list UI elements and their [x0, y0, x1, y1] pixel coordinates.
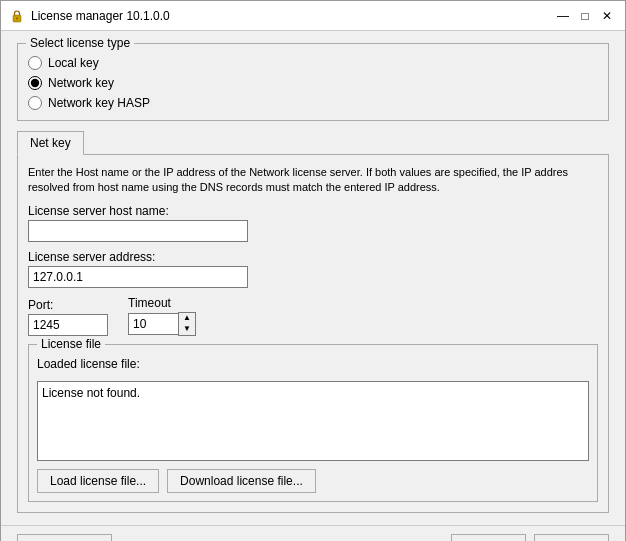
radio-local-key[interactable]: Local key	[28, 56, 598, 70]
test-licenses-button[interactable]: Test licenses	[17, 534, 112, 541]
radio-local-key-label: Local key	[48, 56, 99, 70]
info-text: Enter the Host name or the IP address of…	[28, 165, 598, 196]
license-buttons: Load license file... Download license fi…	[37, 469, 589, 493]
tab-bar: Net key	[17, 131, 609, 155]
radio-network-key-label: Network key	[48, 76, 114, 90]
timeout-spinner: ▲ ▼	[128, 312, 196, 336]
host-name-input[interactable]	[28, 220, 248, 242]
svg-point-1	[16, 17, 18, 19]
host-name-field-group: License server host name:	[28, 204, 598, 242]
port-timeout-row: Port: Timeout ▲ ▼	[28, 296, 598, 336]
radio-local-key-input[interactable]	[28, 56, 42, 70]
spinner-up-button[interactable]: ▲	[179, 313, 195, 324]
address-field-group: License server address:	[28, 250, 598, 288]
title-buttons: — □ ✕	[553, 6, 617, 26]
port-field-group: Port:	[28, 298, 108, 336]
title-bar: License manager 10.1.0.0 — □ ✕	[1, 1, 625, 31]
host-name-label: License server host name:	[28, 204, 598, 218]
timeout-label: Timeout	[128, 296, 196, 310]
lock-icon	[9, 8, 25, 24]
license-manager-window: License manager 10.1.0.0 — □ ✕ Select li…	[0, 0, 626, 541]
maximize-button[interactable]: □	[575, 6, 595, 26]
window-title: License manager 10.1.0.0	[31, 9, 170, 23]
tab-content-net-key: Enter the Host name or the IP address of…	[17, 155, 609, 513]
ok-button[interactable]: OK	[451, 534, 526, 541]
spinner-buttons: ▲ ▼	[178, 312, 196, 336]
radio-network-key-hasp[interactable]: Network key HASP	[28, 96, 598, 110]
footer-right-buttons: OK Cancel	[451, 534, 609, 541]
address-input[interactable]	[28, 266, 248, 288]
timeout-field-group: Timeout ▲ ▼	[128, 296, 196, 336]
license-file-group-label: License file	[37, 337, 105, 351]
loaded-license-label: Loaded license file:	[37, 357, 589, 371]
load-license-button[interactable]: Load license file...	[37, 469, 159, 493]
license-type-group-label: Select license type	[26, 36, 134, 50]
radio-group: Local key Network key Network key HASP	[28, 56, 598, 110]
license-file-group: License file Loaded license file: Licens…	[28, 344, 598, 502]
port-label: Port:	[28, 298, 108, 312]
footer: Test licenses OK Cancel	[1, 525, 625, 541]
window-content: Select license type Local key Network ke…	[1, 31, 625, 525]
download-license-button[interactable]: Download license file...	[167, 469, 316, 493]
port-input[interactable]	[28, 314, 108, 336]
minimize-button[interactable]: —	[553, 6, 573, 26]
radio-network-key-hasp-input[interactable]	[28, 96, 42, 110]
radio-network-key-input[interactable]	[28, 76, 42, 90]
tab-container: Net key Enter the Host name or the IP ad…	[17, 131, 609, 513]
cancel-button[interactable]: Cancel	[534, 534, 609, 541]
radio-network-key[interactable]: Network key	[28, 76, 598, 90]
tab-net-key[interactable]: Net key	[17, 131, 84, 155]
license-type-group: Select license type Local key Network ke…	[17, 43, 609, 121]
radio-network-key-hasp-label: Network key HASP	[48, 96, 150, 110]
license-text-area[interactable]: License not found.	[37, 381, 589, 461]
address-label: License server address:	[28, 250, 598, 264]
close-button[interactable]: ✕	[597, 6, 617, 26]
spinner-down-button[interactable]: ▼	[179, 324, 195, 335]
timeout-input[interactable]	[128, 313, 178, 335]
title-bar-left: License manager 10.1.0.0	[9, 8, 170, 24]
